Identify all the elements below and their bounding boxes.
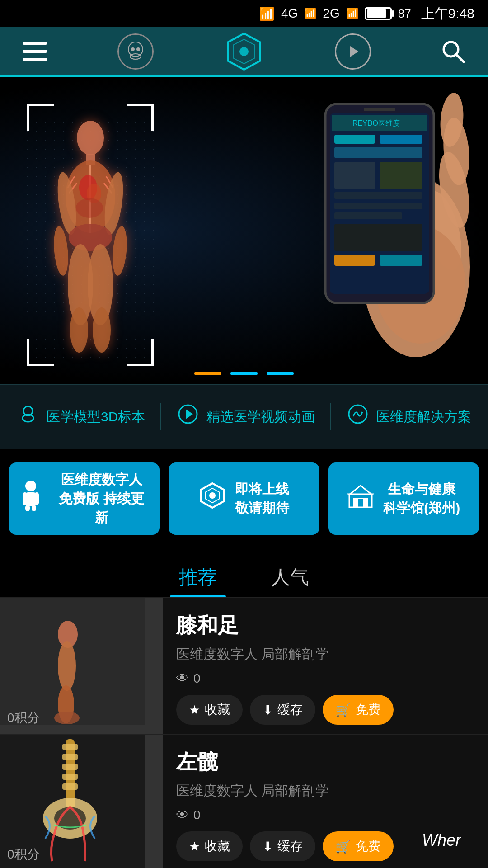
skull-icon[interactable] [117, 33, 154, 70]
svg-rect-83 [62, 744, 78, 750]
svg-rect-1 [23, 50, 47, 53]
star-icon-1: ★ [189, 703, 200, 717]
svg-point-9 [239, 47, 249, 56]
star-icon-2: ★ [189, 839, 200, 854]
divider-2 [330, 403, 331, 430]
collect-btn-1[interactable]: ★ 收藏 [176, 695, 243, 725]
time-display: 上午9:48 [421, 5, 474, 23]
svg-line-12 [456, 55, 464, 62]
svg-point-6 [136, 47, 140, 51]
human-icon [18, 480, 43, 518]
svg-point-3 [128, 42, 143, 57]
feature-solution[interactable]: 医维度解决方案 [347, 403, 471, 431]
svg-rect-65 [25, 505, 30, 511]
svg-point-23 [52, 226, 70, 276]
cart-icon-1: 🛒 [335, 703, 351, 717]
eye-icon-1: 👁 [176, 671, 189, 686]
slide-dot-1[interactable] [194, 372, 221, 375]
hand-svg: REYDO医维度 [226, 77, 488, 384]
svg-rect-75 [347, 493, 374, 495]
cache-btn-2[interactable]: ⬇ 缓存 [250, 831, 315, 861]
quick-btn-digital-human[interactable]: 医维度数字人 免费版 持续更新 [9, 462, 160, 535]
svg-rect-0 [23, 42, 47, 45]
list-item-1: 1 0积分 膝和足 医维度数字人 局部解剖学 👁 0 ★ 收藏 ⬇ [0, 598, 488, 735]
list-item-2: 2 0积分 左髋 医维度数字人 局部解剖学 [0, 735, 488, 868]
svg-rect-51 [334, 203, 422, 209]
list-body-1: 膝和足 医维度数字人 局部解剖学 👁 0 ★ 收藏 ⬇ 缓存 🛒 免费 [163, 598, 488, 734]
title-2: 左髋 [176, 748, 474, 776]
svg-rect-46 [380, 135, 422, 144]
divider-1 [160, 403, 161, 430]
svg-marker-10 [350, 46, 358, 57]
free-btn-2[interactable]: 🛒 免费 [323, 831, 394, 861]
svg-point-61 [25, 481, 36, 491]
slide-indicators [194, 372, 294, 375]
title-1: 膝和足 [176, 612, 474, 640]
svg-point-25 [69, 224, 112, 251]
play-button[interactable] [335, 33, 371, 70]
svg-point-32 [76, 198, 103, 218]
svg-rect-52 [334, 212, 402, 219]
hex-logo[interactable] [224, 31, 264, 72]
svg-rect-50 [334, 192, 422, 199]
collect-btn-2[interactable]: ★ 收藏 [176, 831, 243, 861]
score-2: 0积分 [7, 846, 40, 863]
actions-1: ★ 收藏 ⬇ 缓存 🛒 免费 [176, 695, 474, 725]
model-icon [17, 403, 39, 431]
signal-bars-2: 📶 [346, 8, 358, 19]
views-1: 👁 0 [176, 671, 474, 686]
tab-popular[interactable]: 人气 [262, 557, 318, 597]
svg-point-78 [58, 641, 76, 691]
svg-rect-2 [23, 58, 47, 61]
feature-3d-models[interactable]: 医学模型3D标本 [17, 403, 145, 431]
feature-3d-label: 医学模型3D标本 [47, 408, 145, 426]
thumb-1: 1 0积分 [0, 598, 163, 734]
svg-rect-55 [380, 255, 422, 266]
svg-rect-54 [334, 255, 375, 266]
slide-dot-2[interactable] [230, 372, 258, 375]
subtitle-2: 医维度数字人 局部解剖学 [176, 782, 474, 800]
signal-2g: 2G [323, 6, 339, 21]
slide-dot-3[interactable] [267, 372, 294, 375]
svg-rect-85 [62, 764, 78, 770]
svg-rect-87 [62, 783, 78, 790]
download-icon-1: ⬇ [263, 703, 273, 717]
search-button[interactable] [441, 39, 465, 64]
hex-btn-icon [199, 482, 226, 515]
svg-point-5 [131, 47, 135, 51]
quick-btn-coming-soon-text: 即将上线 敬请期待 [235, 480, 289, 518]
features-row: 医学模型3D标本 精选医学视频动画 医维度解决方案 [0, 384, 488, 449]
solution-icon [347, 403, 369, 431]
quick-btn-museum[interactable]: 生命与健康 科学馆(郑州) [328, 462, 479, 535]
quick-btn-museum-text: 生命与健康 科学馆(郑州) [383, 480, 460, 518]
signal-4g: 4G [281, 6, 298, 21]
signal-bars-1: 📶 [304, 8, 316, 19]
views-2: 👁 0 [176, 807, 474, 822]
svg-rect-47 [334, 147, 422, 158]
svg-rect-53 [334, 224, 422, 251]
download-icon-2: ⬇ [263, 839, 273, 854]
svg-rect-86 [62, 774, 78, 780]
feature-solution-label: 医维度解决方案 [376, 408, 471, 426]
svg-rect-42 [364, 108, 395, 111]
wifi-icon: 📶 [259, 6, 275, 21]
free-btn-1[interactable]: 🛒 免费 [323, 695, 394, 725]
tab-recommended[interactable]: 推荐 [170, 557, 226, 597]
svg-point-69 [209, 492, 216, 499]
svg-text:REYDO医维度: REYDO医维度 [352, 119, 400, 127]
thumb-2: 2 0积分 [0, 735, 163, 868]
svg-rect-66 [32, 505, 36, 511]
menu-button[interactable] [23, 42, 47, 61]
phone-in-hand: REYDO医维度 [226, 77, 488, 384]
subtitle-1: 医维度数字人 局部解剖学 [176, 645, 474, 664]
svg-rect-84 [62, 754, 78, 760]
svg-rect-63 [23, 492, 27, 505]
feature-video[interactable]: 精选医学视频动画 [177, 403, 315, 431]
play-circle-icon [177, 403, 199, 431]
svg-point-29 [93, 307, 111, 353]
banner-section: REYDO医维度 [0, 77, 488, 384]
quick-btn-digital-human-text: 医维度数字人 免费版 持续更新 [52, 470, 150, 527]
cache-btn-1[interactable]: ⬇ 缓存 [250, 695, 315, 725]
quick-btn-coming-soon[interactable]: 即将上线 敬请期待 [169, 462, 319, 535]
svg-rect-45 [334, 135, 375, 144]
